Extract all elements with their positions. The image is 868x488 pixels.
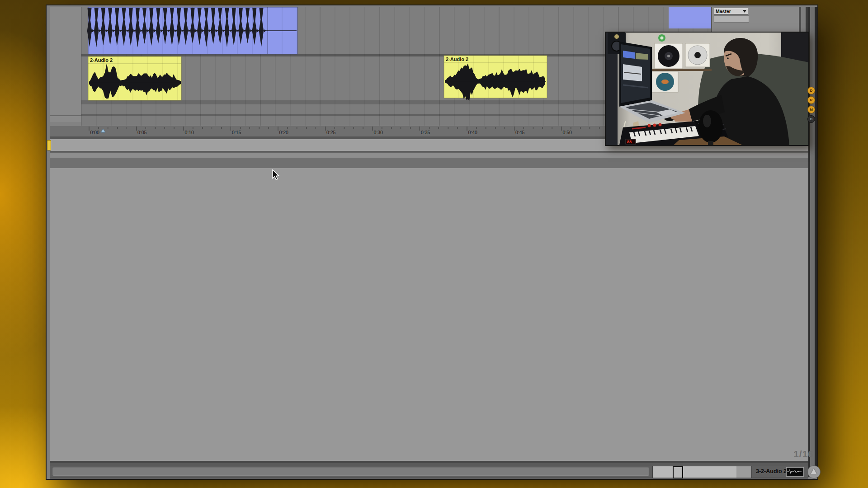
window-right-scrollbar[interactable] — [808, 7, 817, 477]
master-dropdown[interactable]: Master — [714, 8, 748, 14]
time-ruler-label: 0:05 — [137, 130, 147, 135]
time-ruler-label: 0:40 — [468, 130, 478, 135]
device-button[interactable]: D — [807, 115, 815, 123]
shelf — [651, 69, 712, 71]
clip-thumbnail[interactable] — [786, 467, 804, 477]
time-ruler-label: 0:15 — [232, 130, 241, 135]
insert-marker[interactable] — [101, 129, 105, 132]
time-ruler-label: 0:10 — [185, 130, 194, 135]
triangle-up-icon — [811, 469, 817, 474]
clip-overview-dim — [736, 466, 751, 478]
grid-value-label: 1/16 — [741, 449, 814, 460]
clip-overview-wave — [653, 466, 750, 477]
record-arm-button[interactable]: R — [807, 96, 815, 104]
track-button-d[interactable]: D — [807, 87, 815, 94]
bottom-separator — [50, 461, 808, 466]
webcam-scene: 88 — [606, 33, 808, 145]
master-track-panel: Master — [711, 7, 800, 32]
mute-button[interactable]: M — [807, 106, 815, 113]
track-button-column: D R M D — [807, 87, 816, 127]
master-empty-slot[interactable] — [714, 15, 749, 23]
screen: 2-Audio 22-Audio 20:000:050:100:150:200:… — [0, 0, 868, 488]
status-bar: 3-2-Audio 2 — [50, 466, 808, 479]
time-ruler-label: 0:20 — [279, 130, 289, 135]
svg-text:88: 88 — [627, 140, 632, 144]
clip-label: 2-Audio 2 — [446, 56, 468, 62]
clip-name-label: 3-2-Audio 2 — [756, 468, 787, 474]
clip-label: 2-Audio 2 — [90, 57, 113, 63]
chevron-down-icon — [743, 10, 746, 13]
time-ruler-label: 0:45 — [515, 130, 525, 135]
time-ruler-label: 0:30 — [374, 130, 383, 135]
time-ruler-label: 0:35 — [421, 130, 430, 135]
sample-editor-canvas[interactable] — [50, 139, 808, 461]
time-ruler-label: 0:50 — [563, 130, 572, 135]
clip-overview[interactable] — [652, 466, 752, 478]
clip-overview-selection[interactable] — [673, 466, 683, 479]
thumb-wave — [787, 469, 802, 474]
time-ruler-label: 0:00 — [90, 130, 100, 135]
microphone — [698, 110, 723, 143]
master-dropdown-label: Master — [716, 9, 731, 14]
webcam-overlay: 88 — [605, 32, 809, 146]
blue-clip-fragment[interactable] — [669, 7, 711, 28]
follow-button[interactable] — [807, 465, 821, 479]
time-ruler-label: 0:25 — [326, 130, 336, 135]
horizontal-zoom-scrollbar[interactable] — [52, 467, 649, 476]
